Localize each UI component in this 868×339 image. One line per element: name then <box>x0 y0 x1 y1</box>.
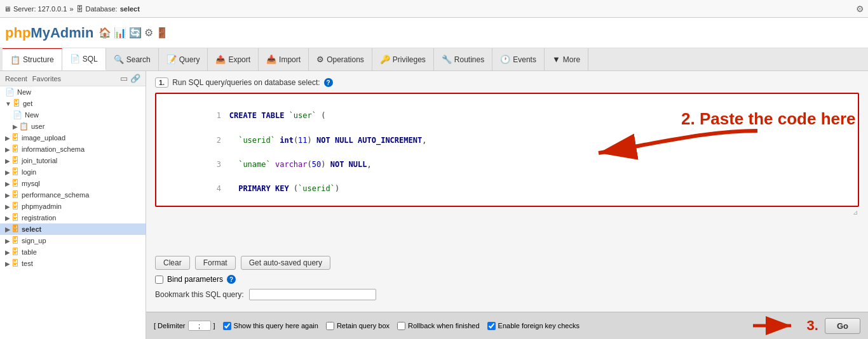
bind-params-checkbox[interactable] <box>155 276 163 284</box>
top-bar: 🖥 Server: 127.0.0.1 » 🗄 Database: select… <box>0 0 868 18</box>
sidebar-item-select[interactable]: ▶ 🗄 select <box>0 223 146 235</box>
settings-icon[interactable]: ⚙ <box>856 4 864 14</box>
table-label: table <box>22 248 37 256</box>
sign-up-label: sign_up <box>22 237 46 244</box>
tab-structure[interactable]: 📋 Structure <box>3 48 62 70</box>
rollback-checkbox[interactable] <box>397 322 405 330</box>
sidebar-item-image-upload[interactable]: ▶ 🗄 image_upload <box>0 132 146 143</box>
link-icon[interactable]: 🔗 <box>130 74 140 83</box>
exit-icon[interactable]: 🚪 <box>156 27 168 39</box>
db-icon: 🗄 <box>76 5 83 13</box>
foreign-key-text: Enable foreign key checks <box>498 322 580 329</box>
footer-bar: [ Delimiter ] Show this query here again… <box>146 312 868 339</box>
resize-handle[interactable]: ⊿ <box>853 209 858 216</box>
mysql-db-icon: 🗄 <box>11 179 19 188</box>
reload-icon[interactable]: 🔄 <box>129 27 142 39</box>
sidebar-item-new-top[interactable]: 📄 New <box>0 86 146 98</box>
main-layout: Recent Favorites ▭ 🔗 📄 New ▼ 🗄 get 📄 New… <box>0 71 868 339</box>
get-db-icon: 🗄 <box>13 99 20 108</box>
image-upload-label: image_upload <box>22 134 65 142</box>
foreign-key-label[interactable]: Enable foreign key checks <box>498 322 580 329</box>
tab-more-label: More <box>563 55 580 64</box>
retain-box-text: Retain query box <box>337 322 390 329</box>
clear-button[interactable]: Clear <box>155 256 190 270</box>
select-db-icon: 🗄 <box>11 225 19 234</box>
tab-more[interactable]: ▼ More <box>545 48 588 70</box>
database-label: Database: <box>86 5 118 13</box>
sidebar-item-table[interactable]: ▶ 🗄 table <box>0 246 146 258</box>
sidebar-item-join-tutorial[interactable]: ▶ 🗄 join_tutorial <box>0 155 146 166</box>
export-icon: 📤 <box>215 55 226 64</box>
bookmark-input[interactable] <box>249 289 376 300</box>
select-expand-icon: ▶ <box>5 226 10 233</box>
get-expand-icon: ▼ <box>5 100 11 107</box>
sql-header: 1. Run SQL query/queries on database sel… <box>155 77 859 88</box>
retain-box-label[interactable]: Retain query box <box>337 322 390 329</box>
user-table-icon: 📋 <box>19 122 29 131</box>
routines-icon: 🔧 <box>442 55 452 64</box>
sidebar-item-performance-schema[interactable]: ▶ 🗄 performance_schema <box>0 189 146 201</box>
sql-options: Bind parameters ? <box>155 272 859 286</box>
tab-search[interactable]: 🔍 Search <box>106 48 159 70</box>
new-get-label: New <box>25 111 39 119</box>
sidebar-item-user[interactable]: ▶ 📋 user <box>0 121 146 132</box>
bind-params-help-icon[interactable]: ? <box>227 275 236 284</box>
home-icon[interactable]: 🏠 <box>98 27 111 39</box>
tab-privileges[interactable]: 🔑 Privileges <box>372 48 434 70</box>
sidebar-item-get[interactable]: ▼ 🗄 get <box>0 98 146 109</box>
tab-sql[interactable]: 📄 SQL <box>62 48 106 70</box>
help-icon[interactable]: ? <box>324 78 333 87</box>
sidebar: Recent Favorites ▭ 🔗 📄 New ▼ 🗄 get 📄 New… <box>0 71 146 339</box>
signup-db-icon: 🗄 <box>11 236 19 245</box>
sidebar-controls: ▭ 🔗 <box>120 74 140 83</box>
sidebar-header: Recent Favorites ▭ 🔗 <box>0 71 146 86</box>
info-expand-icon: ▶ <box>5 146 10 153</box>
foreign-key-checkbox[interactable] <box>487 322 496 330</box>
delimiter-input[interactable] <box>188 321 211 331</box>
sidebar-item-registration[interactable]: ▶ 🗄 registration <box>0 212 146 223</box>
logo-icons: 🏠 📊 🔄 ⚙ 🚪 <box>98 27 168 39</box>
sql-header-text: Run SQL query/queries on database select… <box>172 78 320 87</box>
go-button[interactable]: Go <box>825 318 860 334</box>
recent-label[interactable]: Recent <box>5 75 27 83</box>
sidebar-item-mysql[interactable]: ▶ 🗄 mysql <box>0 178 146 189</box>
server-icon: 🖥 <box>4 5 11 13</box>
tab-query[interactable]: 📝 Query <box>159 48 208 70</box>
format-button[interactable]: Format <box>195 256 236 270</box>
join-tutorial-label: join_tutorial <box>22 157 57 164</box>
content-area: 1. Run SQL query/queries on database sel… <box>146 71 868 339</box>
sidebar-item-information-schema[interactable]: ▶ 🗄 information_schema <box>0 143 146 155</box>
sidebar-item-test[interactable]: ▶ 🗄 test <box>0 258 146 269</box>
autosave-button[interactable]: Get auto-saved query <box>241 256 330 270</box>
bind-params-label[interactable]: Bind parameters <box>167 275 223 284</box>
sidebar-item-new-get[interactable]: 📄 New <box>0 109 146 121</box>
retain-box-checkbox[interactable] <box>326 322 334 330</box>
recent-icon[interactable]: 📊 <box>114 27 126 39</box>
tab-export[interactable]: 📤 Export <box>208 48 259 70</box>
sidebar-item-sign-up[interactable]: ▶ 🗄 sign_up <box>0 235 146 246</box>
tab-search-label: Search <box>126 55 151 64</box>
search-tab-icon: 🔍 <box>114 55 124 64</box>
sidebar-item-login[interactable]: ▶ 🗄 login <box>0 166 146 178</box>
tab-operations[interactable]: ⚙ Operations <box>309 48 372 70</box>
favorites-label[interactable]: Favorites <box>32 75 61 83</box>
tab-import[interactable]: 📥 Import <box>259 48 309 70</box>
sidebar-item-phpmyadmin[interactable]: ▶ 🗄 phpmyadmin <box>0 201 146 212</box>
logo-bar: phpMyAdmin 🏠 📊 🔄 ⚙ 🚪 <box>0 18 868 48</box>
table-expand-icon: ▶ <box>5 249 10 256</box>
tab-sql-label: SQL <box>83 55 98 63</box>
pma-db-icon: 🗄 <box>11 202 19 211</box>
show-query-label[interactable]: Show this query here again <box>234 322 318 329</box>
tab-routines[interactable]: 🔧 Routines <box>434 48 492 70</box>
rollback-label[interactable]: Rollback when finished <box>408 322 480 329</box>
separator: » <box>69 5 73 13</box>
perf-expand-icon: ▶ <box>5 192 10 199</box>
collapse-icon[interactable]: ▭ <box>120 74 128 83</box>
tab-export-label: Export <box>228 55 250 64</box>
tab-routines-label: Routines <box>454 55 484 64</box>
settings-icon2[interactable]: ⚙ <box>144 27 153 39</box>
tab-operations-label: Operations <box>327 55 364 64</box>
tab-events[interactable]: 🕐 Events <box>492 48 545 70</box>
show-query-checkbox[interactable] <box>223 322 231 330</box>
logo[interactable]: phpMyAdmin <box>5 25 93 41</box>
